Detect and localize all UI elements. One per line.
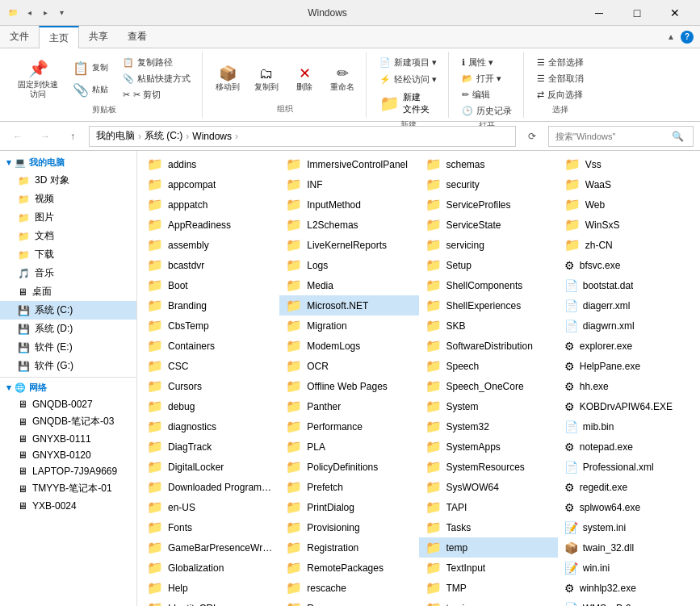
list-item[interactable]: 📁Prefetch	[279, 477, 418, 497]
list-item[interactable]: 📁TextInput	[419, 558, 558, 578]
list-item[interactable]: 📁ModemLogs	[279, 336, 418, 356]
list-item[interactable]: 📁SystemApps	[419, 437, 558, 457]
list-item[interactable]: 📁Fonts	[140, 517, 279, 537]
list-item[interactable]: ⚙hh.exe	[558, 376, 697, 396]
copy-to-button[interactable]: 🗂 复制到	[249, 62, 283, 95]
select-all-button[interactable]: ☰全部选择	[532, 55, 589, 70]
close-button[interactable]: ✕	[656, 0, 694, 26]
sidebar-item-gnqdb-nb03[interactable]: 🖥 GNQDB-笔记本-03	[0, 412, 136, 431]
list-item[interactable]: 📄mib.bin	[558, 416, 697, 437]
list-item[interactable]: 📁SysWOW64	[419, 477, 558, 497]
tab-view[interactable]: 查看	[118, 26, 157, 48]
list-item[interactable]: 📁AppReadiness	[140, 215, 279, 235]
list-item[interactable]: 📁PLA	[279, 437, 418, 457]
list-item[interactable]: 📁Panther	[279, 396, 418, 416]
list-item[interactable]: 📁INF	[279, 174, 418, 194]
list-item[interactable]: 📁ShellComponents	[419, 275, 558, 295]
list-item[interactable]: 📁en-US	[140, 497, 279, 517]
list-item[interactable]: 📁Cursors	[140, 376, 279, 396]
breadcrumb-folder[interactable]: Windows	[192, 131, 232, 142]
list-item[interactable]: 📁System32	[419, 416, 558, 437]
delete-button[interactable]: ✕ 删除	[288, 61, 321, 95]
sidebar-section-network[interactable]: ▾ 🌐 网络	[0, 379, 136, 396]
list-item[interactable]: 📁PrintDialog	[279, 497, 418, 517]
tab-share[interactable]: 共享	[79, 26, 118, 48]
list-item[interactable]: 📁Web	[558, 194, 697, 215]
breadcrumb-drive[interactable]: 系统 (C:)	[145, 129, 182, 143]
sidebar-item-pictures[interactable]: 📁 图片	[0, 208, 136, 227]
list-item[interactable]: 📁RemotePackages	[279, 558, 418, 578]
paste-shortcut-button[interactable]: 📎粘贴快捷方式	[118, 71, 195, 86]
back-button[interactable]: ←	[6, 125, 29, 148]
paste-button[interactable]: 📎 粘贴	[66, 80, 115, 100]
move-to-button[interactable]: 📦 移动到	[211, 61, 245, 95]
help-button[interactable]: ?	[681, 31, 694, 44]
list-item[interactable]: 📁Migration	[279, 316, 418, 336]
list-item[interactable]: 📁Offline Web Pages	[279, 376, 418, 396]
list-item[interactable]: 📁TMP	[419, 578, 558, 598]
refresh-button[interactable]: ⟳	[521, 125, 543, 148]
search-input[interactable]	[555, 132, 669, 141]
list-item[interactable]: ⚙HelpPane.exe	[558, 356, 697, 376]
list-item[interactable]: 📁Globalization	[140, 558, 279, 578]
list-item[interactable]: 📁SystemResources	[419, 457, 558, 477]
list-item[interactable]: 📁temp	[419, 537, 558, 558]
list-item[interactable]: 📄bootstat.dat	[558, 275, 697, 295]
sidebar-item-d-drive[interactable]: 💾 系统 (D:)	[0, 320, 136, 338]
new-folder-button[interactable]: 📁 新建文件夹	[375, 89, 434, 118]
list-item[interactable]: 📁Performance	[279, 416, 418, 437]
list-item[interactable]: 📁ServiceProfiles	[419, 194, 558, 215]
list-item[interactable]: 📁apppatch	[140, 194, 279, 215]
ribbon-minimize-button[interactable]: ▲	[664, 31, 677, 44]
list-item[interactable]: 📁bcastdvr	[140, 255, 279, 275]
sidebar-item-yxb0024[interactable]: 🖥 YXB-0024	[0, 498, 136, 514]
edit-button[interactable]: ✏编辑	[457, 87, 495, 102]
tab-home[interactable]: 主页	[39, 26, 79, 48]
sidebar-item-video[interactable]: 📁 视频	[0, 190, 136, 208]
list-item[interactable]: 📁CbsTemp	[140, 316, 279, 336]
sidebar-item-gnqdb0027[interactable]: 🖥 GNQDB-0027	[0, 396, 136, 412]
list-item[interactable]: 📁security	[419, 174, 558, 194]
list-item[interactable]: 📁rescache	[279, 578, 418, 598]
list-item[interactable]: 📁WaaS	[558, 174, 697, 194]
list-item[interactable]: ⚙winhlp32.exe	[558, 578, 697, 598]
list-item[interactable]: 📁System	[419, 396, 558, 416]
list-item[interactable]: 📝win.ini	[558, 558, 697, 578]
tab-file[interactable]: 文件	[0, 26, 39, 48]
list-item[interactable]: 📁schemas	[419, 154, 558, 174]
list-item[interactable]: 📁GameBarPresenceWriter	[140, 537, 279, 558]
sidebar-item-docs[interactable]: 📁 文档	[0, 227, 136, 245]
list-item[interactable]: 📁PolicyDefinitions	[279, 457, 418, 477]
list-item[interactable]: 📁SKB	[419, 316, 558, 336]
list-item[interactable]: 📁Vss	[558, 154, 697, 174]
sidebar-item-3d[interactable]: 📁 3D 对象	[0, 171, 136, 190]
list-item[interactable]: 📁Downloaded Program Files	[140, 477, 279, 497]
breadcrumb[interactable]: 我的电脑 › 系统 (C:) › Windows ›	[89, 126, 516, 147]
sidebar-item-downloads[interactable]: 📁 下载	[0, 245, 136, 264]
list-item[interactable]: 📁Tasks	[419, 517, 558, 537]
list-item[interactable]: 📄diagwrn.xml	[558, 316, 697, 336]
list-item[interactable]: 📁assembly	[140, 235, 279, 255]
list-item[interactable]: 📁Help	[140, 578, 279, 598]
copy-path-button[interactable]: 📋复制路径	[118, 55, 195, 70]
list-item[interactable]: 📁ImmersiveControlPanel	[279, 154, 418, 174]
open-button[interactable]: 📂打开 ▾	[457, 71, 506, 86]
list-item[interactable]: 📁LiveKernelReports	[279, 235, 418, 255]
list-item[interactable]: 📁L2Schemas	[279, 215, 418, 235]
list-item[interactable]: ⚙regedit.exe	[558, 477, 697, 497]
sidebar-item-gnyxb0111[interactable]: 🖥 GNYXB-0111	[0, 431, 136, 447]
sidebar-item-g-drive[interactable]: 💾 软件 (G:)	[0, 357, 136, 375]
list-item[interactable]: ⚙KOBDrvAPIW64.EXE	[558, 396, 697, 416]
sidebar-item-c-drive[interactable]: 💾 系统 (C:)	[0, 301, 136, 320]
list-item[interactable]: 📁Containers	[140, 336, 279, 356]
pin-quick-access-button[interactable]: 📌 固定到快速访问	[13, 56, 63, 102]
sidebar-item-gnyxb0120[interactable]: 🖥 GNYXB-0120	[0, 447, 136, 463]
list-item[interactable]: 📁debug	[140, 396, 279, 416]
list-item[interactable]: 📁Provisioning	[279, 517, 418, 537]
sidebar-section-mypc[interactable]: ▾ 💻 我的电脑	[0, 154, 136, 171]
list-item[interactable]: 📁diagnostics	[140, 416, 279, 437]
list-item[interactable]: 📁ServiceState	[419, 215, 558, 235]
list-item[interactable]: 📄Professional.xml	[558, 457, 697, 477]
list-item[interactable]: 📁IdentityCRL	[140, 598, 279, 606]
list-item[interactable]: 📁OCR	[279, 356, 418, 376]
